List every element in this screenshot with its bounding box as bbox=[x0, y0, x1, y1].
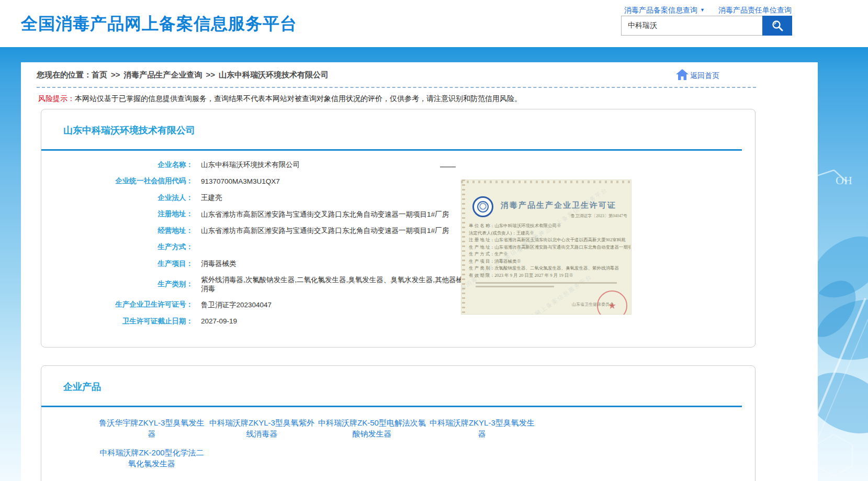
breadcrumb-separator: >> bbox=[111, 70, 120, 79]
field-value: 鲁卫消证字202304047 bbox=[201, 300, 272, 309]
product-link[interactable]: 鲁沃华宇牌ZKYL-3型臭氧发生器 bbox=[98, 417, 206, 439]
field-value: 山东省潍坊市高新区潍安路与宝通街交叉路口东北角自动变速器一期项目1#厂房 bbox=[201, 226, 449, 235]
certificate-fine-print bbox=[476, 282, 617, 284]
company-info-card: 山东中科瑞沃环境技术有限公司 企业名称： 山东中科瑞沃环境技术有限公司 企业统一… bbox=[41, 109, 756, 348]
company-card-title: 山东中科瑞沃环境技术有限公司 bbox=[63, 124, 195, 137]
field-row-production-category: 生产类别： 紫外线消毒器,次氯酸钠发生器,二氧化氯发生器,臭氧发生器、臭氧水发生… bbox=[41, 272, 497, 297]
certificate-line: 法定代表人(或负责人)：王建亮※ bbox=[469, 230, 630, 237]
products-card-title: 企业产品 bbox=[63, 381, 101, 393]
field-value: 消毒器械类 bbox=[201, 259, 236, 268]
search-input[interactable] bbox=[621, 16, 762, 36]
field-value: 紫外线消毒器,次氯酸钠发生器,二氧化氯发生器,臭氧发生器、臭氧水发生器,其他器械… bbox=[201, 275, 465, 293]
breadcrumb: 您现在的位置：首页>>消毒产品生产企业查询>>山东中科瑞沃环境技术有限公司 bbox=[37, 70, 329, 80]
certificate-fine-print bbox=[476, 286, 554, 287]
field-label: 企业法人： bbox=[41, 193, 193, 203]
nav-link-record-info-query[interactable]: 消毒产品备案信息查询▼ bbox=[624, 6, 705, 15]
field-row-business-address: 经营地址： 山东省潍坊市高新区潍安路与宝通街交叉路口东北角自动变速器一期项目1#… bbox=[41, 222, 497, 239]
field-value: 91370700MA3M3U1QX7 bbox=[201, 177, 280, 186]
field-value: 2027-09-19 bbox=[201, 317, 237, 326]
certificate-line: 生 产 地 址：山东省潍坊市高新区潍安路与宝通街交叉路口东北角自动变速器一期项目… bbox=[469, 244, 630, 251]
health-commission-emblem-icon bbox=[472, 196, 493, 217]
field-row-production-project: 生产项目： 消毒器械类 bbox=[41, 255, 497, 272]
field-label: 生产方式： bbox=[41, 242, 193, 252]
certificate-line: 有 效 期 限：2023 年 9 月 20 日至 2027 年 9 月 19 日… bbox=[469, 272, 630, 279]
risk-notice: 风险提示：本网站仅基于已掌握的信息提供查询服务，查询结果不代表本网站对被查询对象… bbox=[38, 94, 522, 104]
molecule-label-oh: OH bbox=[836, 174, 852, 187]
product-link[interactable]: 中科瑞沃牌ZKYL-3型臭氧紫外线消毒器 bbox=[208, 417, 315, 439]
field-label: 生产类别： bbox=[41, 279, 193, 289]
field-value: 山东中科瑞沃环境技术有限公司 bbox=[201, 160, 300, 169]
breadcrumb-prefix: 您现在的位置： bbox=[37, 70, 92, 79]
card-title-underline bbox=[41, 406, 742, 407]
card-title-underline bbox=[41, 149, 742, 151]
home-icon bbox=[675, 68, 689, 81]
field-row-license-number: 生产企业卫生许可证号： 鲁卫消证字202304047 bbox=[41, 297, 497, 314]
product-link-list: 鲁沃华宇牌ZKYL-3型臭氧发生器 中科瑞沃牌ZKYL-3型臭氧紫外线消毒器 中… bbox=[98, 417, 537, 477]
certificate-line: 注 册 地 址：山东省潍坊高新区玉清东街以北中心次干道以西高新大厦902室科苑 bbox=[469, 237, 630, 244]
certificate-perforation bbox=[461, 181, 632, 183]
field-row-legal-person: 企业法人： 王建亮 bbox=[41, 189, 497, 206]
back-home-label: 返回首页 bbox=[690, 71, 719, 81]
breadcrumb-item-home[interactable]: 首页 bbox=[92, 70, 107, 79]
nav-link-label: 消毒产品备案信息查询 bbox=[624, 6, 697, 14]
certificate-title: 消毒产品生产企业卫生许可证 bbox=[501, 200, 629, 210]
field-label: 卫生许可证截止日期： bbox=[41, 317, 193, 326]
certificate-number: 鲁卫消证字〔2023〕第04047号 bbox=[571, 213, 627, 219]
search-button[interactable] bbox=[762, 16, 792, 36]
top-nav: 消毒产品备案信息查询▼ 消毒产品责任单位查询 bbox=[624, 6, 792, 15]
field-label: 注册地址： bbox=[41, 209, 193, 219]
hygiene-license-certificate-image: 全国消毒产品网上备案信息服务平台 全国消毒产品网上备案信息服务平台 全国消毒产品… bbox=[461, 180, 632, 315]
risk-notice-label: 风险提示： bbox=[38, 94, 75, 103]
field-value: 山东省潍坊市高新区潍安路与宝通街交叉路口东北角自动变速器一期项目1#厂房 bbox=[201, 210, 449, 219]
breadcrumb-item-enterprise-query[interactable]: 消毒产品生产企业查询 bbox=[124, 70, 202, 79]
content-panel: 您现在的位置：首页>>消毒产品生产企业查询>>山东中科瑞沃环境技术有限公司 返回… bbox=[21, 62, 818, 481]
back-home-link[interactable]: 返回首页 bbox=[675, 68, 719, 81]
breadcrumb-item-current-company: 山东中科瑞沃环境技术有限公司 bbox=[219, 70, 329, 79]
field-row-credit-code: 企业统一社会信用代码： 91370700MA3M3U1QX7 bbox=[41, 173, 497, 190]
field-row-production-mode: 生产方式： bbox=[41, 239, 497, 256]
nav-link-responsible-unit-query[interactable]: 消毒产品责任单位查询 bbox=[718, 6, 792, 15]
certificate-body: 单 位 名 称：山东中科瑞沃环境技术有限公司※ 法定代表人(或负责人)：王建亮※… bbox=[469, 222, 630, 279]
product-link[interactable]: 中科瑞沃牌ZK-50型电解法次氯酸钠发生器 bbox=[318, 417, 426, 439]
company-fields: 企业名称： 山东中科瑞沃环境技术有限公司 企业统一社会信用代码： 9137070… bbox=[41, 156, 497, 330]
field-label: 企业名称： bbox=[41, 160, 193, 170]
chevron-down-icon: ▼ bbox=[700, 7, 705, 13]
red-official-seal-icon: ★ bbox=[597, 290, 627, 315]
field-row-registered-address: 注册地址： 山东省潍坊市高新区潍安路与宝通街交叉路口东北角自动变速器一期项目1#… bbox=[41, 206, 497, 223]
field-label: 生产企业卫生许可证号： bbox=[41, 300, 193, 309]
product-link[interactable]: 中科瑞沃牌ZK-200型化学法二氧化氯发生器 bbox=[98, 447, 206, 469]
page: 全国消毒产品网上备案信息服务平台 消毒产品备案信息查询▼ 消毒产品责任单位查询 … bbox=[0, 0, 868, 481]
certificate-perforation bbox=[462, 180, 465, 315]
certificate-line: 生 产 方 式：生产※ bbox=[469, 251, 630, 258]
page-title: 全国消毒产品网上备案信息服务平台 bbox=[21, 13, 297, 36]
enterprise-products-card: 企业产品 鲁沃华宇牌ZKYL-3型臭氧发生器 中科瑞沃牌ZKYL-3型臭氧紫外线… bbox=[41, 365, 756, 481]
risk-notice-text: 本网站仅基于已掌握的信息提供查询服务，查询结果不代表本网站对被查询对象信用状况的… bbox=[75, 94, 522, 103]
field-label: 生产项目： bbox=[41, 259, 193, 269]
product-link[interactable]: 中科瑞沃牌ZKYL-3型臭氧发生器 bbox=[428, 417, 536, 439]
breadcrumb-separator: >> bbox=[206, 70, 216, 79]
search-bar bbox=[621, 16, 792, 36]
field-label: 企业统一社会信用代码： bbox=[41, 176, 193, 186]
certificate-line: 单 位 名 称：山东中科瑞沃环境技术有限公司※ bbox=[469, 222, 630, 230]
dashed-divider bbox=[37, 87, 756, 88]
certificate-line: 生 产 类 别：次氯酸钠发生器、二氧化氯发生器、臭氧发生器、紫外线消毒器 bbox=[469, 265, 630, 272]
field-row-company-name: 企业名称： 山东中科瑞沃环境技术有限公司 bbox=[41, 156, 497, 173]
field-row-license-expiry: 卫生许可证截止日期： 2027-09-19 bbox=[41, 313, 497, 330]
search-icon bbox=[771, 19, 784, 32]
field-label: 经营地址： bbox=[41, 226, 193, 236]
certificate-line: 生 产 项 目：消毒器械类※ bbox=[469, 258, 630, 265]
scan-artifact-dash bbox=[440, 166, 456, 167]
field-value: 王建亮 bbox=[201, 193, 222, 202]
